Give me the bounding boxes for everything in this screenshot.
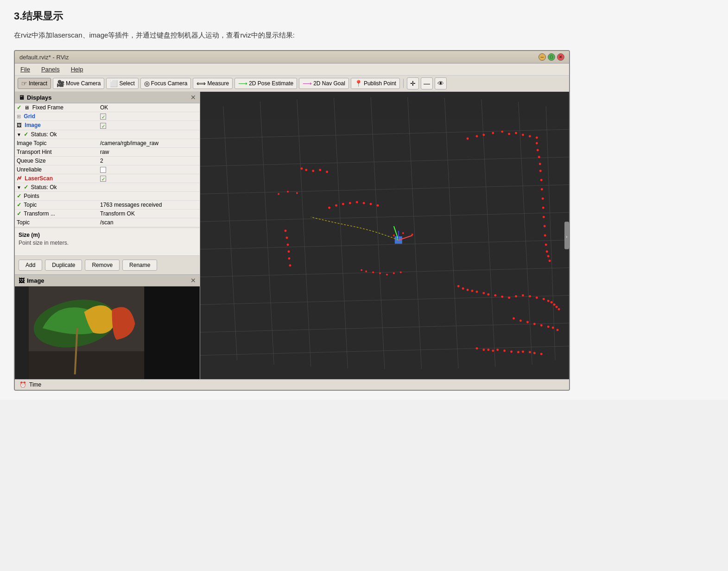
add-button[interactable]: Add <box>19 260 42 271</box>
svg-point-66 <box>536 297 538 299</box>
svg-point-68 <box>547 300 550 302</box>
svg-point-38 <box>537 149 539 151</box>
table-row[interactable]: ✓ Points <box>15 192 200 201</box>
svg-point-95 <box>342 203 344 205</box>
transport-hint-value: raw <box>98 147 200 156</box>
svg-point-99 <box>370 203 372 205</box>
status-bar-label: Time <box>29 381 41 388</box>
svg-point-56 <box>471 290 474 292</box>
svg-point-44 <box>542 197 544 200</box>
svg-point-65 <box>529 295 531 298</box>
svg-point-118 <box>361 269 362 271</box>
laserscan-checkbox[interactable] <box>100 176 106 182</box>
svg-point-35 <box>529 135 531 138</box>
svg-point-90 <box>529 351 531 353</box>
pose-estimate-icon: ⟶ <box>238 80 247 87</box>
svg-point-40 <box>539 163 541 165</box>
svg-point-82 <box>482 349 485 351</box>
ls-topic-value: 1763 messages received <box>98 201 200 209</box>
measure-icon: ⟺ <box>196 80 206 87</box>
minimize-button[interactable]: ─ <box>538 53 546 61</box>
status-bar: ⏰ Time <box>15 379 569 390</box>
pose-estimate-label: 2D Pose Estimate <box>249 80 293 87</box>
close-button[interactable]: ✕ <box>557 53 564 61</box>
remove-button[interactable]: — <box>421 77 433 89</box>
menu-panels[interactable]: Panels <box>39 65 62 74</box>
table-row[interactable]: Unreliable <box>15 165 200 174</box>
measure-label: Measure <box>207 80 229 87</box>
displays-panel-header: 🖥 Displays ✕ <box>15 92 200 103</box>
right-viewport[interactable]: › <box>200 92 569 379</box>
svg-point-47 <box>544 225 546 228</box>
monitor-icon: 🖥 <box>19 94 25 101</box>
table-row[interactable]: ⊞ Grid <box>15 112 200 121</box>
unreliable-image-checkbox[interactable] <box>100 167 106 173</box>
table-row[interactable]: 🗲 LaserScan <box>15 174 200 183</box>
queue-size-label: Queue Size <box>17 158 46 164</box>
svg-text:›: › <box>566 234 567 239</box>
svg-point-64 <box>522 294 524 297</box>
nav-goal-button[interactable]: ⟶ 2D Nav Goal <box>299 78 349 89</box>
grid-checkbox[interactable] <box>100 114 106 120</box>
image-checkbox[interactable] <box>100 123 106 129</box>
focus-camera-icon: ◎ <box>144 80 150 87</box>
displays-close-button[interactable]: ✕ <box>190 94 196 101</box>
menu-file[interactable]: File <box>19 65 32 74</box>
menu-help[interactable]: Help <box>69 65 85 74</box>
help-text: Point size in meters. <box>19 240 196 246</box>
remove-button[interactable]: Remove <box>85 260 120 271</box>
measure-button[interactable]: ⟺ Measure <box>193 78 233 89</box>
settings-button[interactable]: 👁 <box>435 77 447 89</box>
page-content: 3.结果显示 在rviz中添加laserscan、image等插件，并通过键盘控… <box>0 0 728 400</box>
table-row[interactable]: Image Topic /camera/rgb/image_raw <box>15 139 200 147</box>
svg-point-93 <box>328 207 330 209</box>
svg-point-108 <box>287 243 289 246</box>
duplicate-button[interactable]: Duplicate <box>45 260 82 271</box>
publish-point-label: Publish Point <box>364 80 396 87</box>
rename-button[interactable]: Rename <box>122 260 157 271</box>
move-camera-button[interactable]: 🎥 Move Camera <box>53 78 104 89</box>
svg-point-43 <box>541 188 543 190</box>
svg-point-107 <box>286 236 288 239</box>
nav-goal-icon: ⟶ <box>303 80 312 87</box>
expand-arrow-laser: ▼ <box>17 185 21 190</box>
laserscan-icon: 🗲 <box>17 176 22 181</box>
svg-point-49 <box>545 243 547 246</box>
svg-point-106 <box>285 230 287 232</box>
move-camera-icon: 🎥 <box>57 80 64 87</box>
add-axes-button[interactable]: ✛ <box>407 77 419 89</box>
table-row[interactable]: Queue Size 2 <box>15 156 200 165</box>
table-row[interactable]: ✓ Transform ... Transform OK <box>15 209 200 218</box>
transform-label: Transform ... <box>24 210 55 217</box>
svg-point-112 <box>278 193 279 195</box>
svg-point-72 <box>558 308 560 311</box>
select-button[interactable]: ⬜ Select <box>106 78 138 89</box>
svg-point-48 <box>544 235 546 237</box>
3d-viewport-canvas: › <box>200 92 569 379</box>
pose-estimate-button[interactable]: ⟶ 2D Pose Estimate <box>234 78 297 89</box>
table-row[interactable]: Topic /scan <box>15 218 200 227</box>
move-camera-label: Move Camera <box>66 80 101 87</box>
svg-point-96 <box>349 202 351 204</box>
svg-point-104 <box>319 169 321 171</box>
table-row[interactable]: ▼ ✓ Status: Ok <box>15 183 200 192</box>
svg-point-114 <box>296 192 298 194</box>
image-panel-close-button[interactable]: ✕ <box>190 277 196 284</box>
table-row[interactable]: Transport Hint raw <box>15 147 200 156</box>
svg-point-120 <box>372 272 374 273</box>
table-row[interactable]: ✓ 🖥 Fixed Frame OK <box>15 103 200 112</box>
maximize-button[interactable]: □ <box>548 53 555 61</box>
check-icon: ✓ <box>17 202 21 208</box>
svg-point-81 <box>476 347 478 349</box>
focus-camera-button[interactable]: ◎ Focus Camera <box>140 78 191 89</box>
svg-point-122 <box>386 274 388 276</box>
interact-button[interactable]: ☞ Interact <box>18 78 51 89</box>
publish-point-button[interactable]: 📍 Publish Point <box>351 78 400 89</box>
rviz-titlebar: default.rviz* - RViz ─ □ ✕ <box>15 51 569 63</box>
image-panel-header: 🖼 Image ✕ <box>15 275 200 286</box>
table-row[interactable]: ▼ ✓ Status: Ok <box>15 130 200 139</box>
points-label: Points <box>24 193 39 199</box>
table-row[interactable]: ✓ Topic 1763 messages received <box>15 201 200 209</box>
table-row[interactable]: 🖼 Image <box>15 121 200 130</box>
ls-topic-label: Topic <box>24 202 37 208</box>
